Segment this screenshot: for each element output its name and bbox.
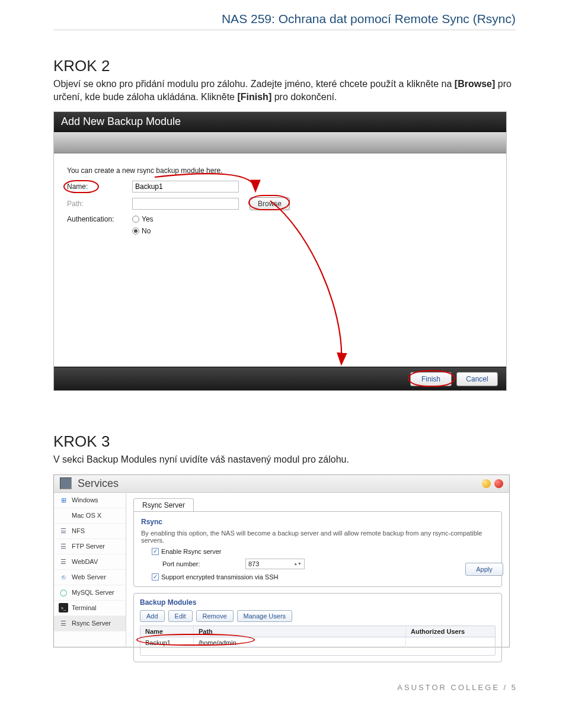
sidebar-item-nfs[interactable]: ☰NFS: [54, 524, 126, 539]
webdav-icon: ☰: [59, 557, 68, 566]
sidebar-item-label: Rsync Server: [72, 620, 111, 627]
rsync-server-icon: ☰: [59, 618, 68, 628]
backup-modules-panel: Backup Modules AddEditRemoveManage Users…: [133, 593, 502, 662]
tab-rsync-server[interactable]: Rsync Server: [133, 498, 194, 512]
services-title: Services: [78, 477, 482, 490]
sidebar-item-mysql-server[interactable]: ◯MySQL Server: [54, 585, 126, 601]
step2-browse-bold: [Browse]: [455, 79, 495, 89]
sidebar-item-rsync-server[interactable]: ☰Rsync Server: [54, 616, 126, 631]
step3-title: KROK 3: [53, 432, 516, 451]
sidebar-item-label: MySQL Server: [72, 589, 114, 596]
step2-title: KROK 2: [53, 57, 516, 75]
name-input[interactable]: [132, 181, 239, 193]
footer-text: ASUSTOR COLLEGE /: [397, 683, 511, 692]
footer-page-number: 5: [512, 683, 516, 692]
col-auth: Authorized Users: [406, 626, 495, 637]
dialog-body: You can create a new rsync backup module…: [54, 153, 506, 367]
rsync-panel: Rsync By enabling this option, the NAS w…: [133, 511, 502, 587]
name-label: Name:: [67, 182, 132, 191]
ftp-server-icon: ☰: [59, 541, 68, 551]
dialog-titlebar: Add New Backup Module: [54, 112, 506, 132]
cancel-button[interactable]: Cancel: [456, 372, 498, 386]
sidebar-item-label: NFS: [72, 527, 85, 534]
auth-row-no: No: [67, 227, 493, 235]
sidebar-item-web-server[interactable]: ⎋Web Server: [54, 570, 126, 585]
auth-yes-radio[interactable]: Yes: [132, 215, 154, 223]
add-backup-module-dialog: Add New Backup Module You can create a n…: [53, 111, 507, 391]
port-row: Port number: 873 ▲▼: [162, 559, 494, 569]
backup-modules-title: Backup Modules: [140, 598, 496, 607]
sidebar-item-label: Terminal: [72, 604, 97, 611]
dialog-toolbar: [54, 132, 506, 153]
port-stepper-icon[interactable]: ▲▼: [293, 562, 302, 566]
services-app-icon: [60, 477, 72, 489]
sidebar-item-label: FTP Server: [72, 543, 105, 550]
services-sidebar: ⊞WindowsMac OS X☰NFS☰FTP Server☰WebDAV⎋W…: [54, 493, 126, 647]
sidebar-item-windows[interactable]: ⊞Windows: [54, 493, 126, 508]
sidebar-item-terminal[interactable]: >_Terminal: [54, 601, 126, 616]
cell-auth: [406, 637, 495, 648]
services-titlebar: Services: [54, 475, 509, 493]
dialog-description: You can create a new rsync backup module…: [67, 166, 493, 175]
sidebar-item-label: Windows: [72, 496, 98, 503]
add-button[interactable]: Add: [140, 610, 165, 622]
mac-os-x-icon: [59, 511, 68, 520]
manage-users-button[interactable]: Manage Users: [237, 610, 293, 622]
sidebar-item-webdav[interactable]: ☰WebDAV: [54, 554, 126, 570]
windows-icon: ⊞: [59, 495, 68, 505]
step2-text-c: pro dokončení.: [271, 92, 337, 102]
step2-text: Objeví se okno pro přidání modulu pro zá…: [53, 78, 516, 103]
terminal-icon: >_: [59, 603, 68, 612]
backup-modules-buttons: AddEditRemoveManage Users: [140, 610, 496, 622]
port-number-input[interactable]: 873 ▲▼: [245, 559, 305, 569]
dialog-footer: Finish Cancel: [54, 367, 506, 390]
apply-button[interactable]: Apply: [465, 563, 503, 576]
sidebar-item-label: WebDAV: [72, 558, 98, 565]
auth-no-radio[interactable]: No: [132, 227, 151, 235]
sidebar-item-mac-os-x[interactable]: Mac OS X: [54, 508, 126, 524]
sidebar-item-label: Web Server: [72, 573, 106, 581]
rsync-section-title: Rsync: [141, 518, 494, 526]
auth-row-yes: Authentication: Yes: [67, 215, 493, 223]
port-label: Port number:: [162, 560, 239, 567]
step3-text: V sekci Backup Modules nyní uvidíte váš …: [53, 453, 516, 466]
annotation-circle-browse: [248, 195, 290, 210]
path-row: Path: Browse: [67, 197, 493, 210]
dialog-title: Add New Backup Module: [61, 116, 181, 127]
services-window: Services ⊞WindowsMac OS X☰NFS☰FTP Server…: [53, 474, 510, 647]
nfs-icon: ☰: [59, 526, 68, 535]
window-close-icon[interactable]: [494, 479, 503, 488]
services-main: Rsync Server Rsync By enabling this opti…: [126, 493, 509, 647]
web-server-icon: ⎋: [59, 572, 68, 582]
path-label: Path:: [67, 200, 132, 208]
name-row: Name:: [67, 181, 493, 193]
rsync-description: By enabling this option, the NAS will be…: [141, 530, 494, 544]
mysql-server-icon: ◯: [59, 588, 68, 597]
sidebar-item-ftp-server[interactable]: ☰FTP Server: [54, 539, 126, 554]
annotation-circle-finish: [408, 370, 455, 387]
path-input[interactable]: [132, 198, 239, 210]
window-minimize-icon[interactable]: [482, 479, 491, 488]
enable-rsync-checkbox[interactable]: ✓Enable Rsync server: [152, 548, 222, 555]
ssh-checkbox[interactable]: ✓Support encrypted transmission via SSH: [152, 573, 278, 581]
sidebar-item-label: Mac OS X: [72, 512, 101, 519]
auth-label: Authentication:: [67, 215, 132, 223]
remove-button[interactable]: Remove: [196, 610, 234, 622]
annotation-circle-row: [136, 634, 255, 646]
annotation-circle-name: [63, 180, 99, 193]
edit-button[interactable]: Edit: [168, 610, 193, 622]
step2-text-a: Objeví se okno pro přidání modulu pro zá…: [53, 79, 455, 89]
page-header-title: NAS 259: Ochrana dat pomocí Remote Sync …: [53, 12, 516, 30]
page-footer: ASUSTOR COLLEGE / 5: [53, 683, 516, 692]
step2-finish-bold: [Finish]: [237, 92, 271, 102]
